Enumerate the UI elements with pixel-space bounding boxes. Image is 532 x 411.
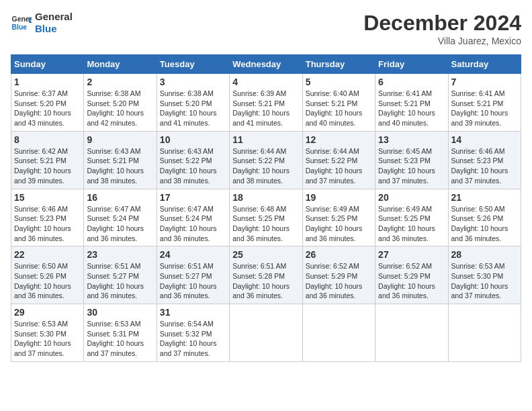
header-saturday: Saturday xyxy=(448,55,521,74)
day-number: 25 xyxy=(232,249,299,260)
calendar-cell: 15Sunrise: 6:46 AMSunset: 5:23 PMDayligh… xyxy=(11,189,84,246)
month-title: December 2024 xyxy=(363,11,521,36)
day-number: 22 xyxy=(14,249,81,260)
logo: General Blue General Blue xyxy=(11,11,73,35)
day-info: Sunrise: 6:53 AMSunset: 5:30 PMDaylight:… xyxy=(451,261,518,301)
day-info: Sunrise: 6:47 AMSunset: 5:24 PMDaylight:… xyxy=(160,204,226,244)
header-wednesday: Wednesday xyxy=(230,55,302,74)
day-number: 20 xyxy=(378,192,445,203)
day-info: Sunrise: 6:44 AMSunset: 5:22 PMDaylight:… xyxy=(232,146,299,186)
calendar-cell: 11Sunrise: 6:44 AMSunset: 5:22 PMDayligh… xyxy=(230,131,302,189)
day-number: 21 xyxy=(451,192,518,203)
calendar-cell: 29Sunrise: 6:53 AMSunset: 5:30 PMDayligh… xyxy=(11,304,84,362)
calendar-cell: 14Sunrise: 6:46 AMSunset: 5:23 PMDayligh… xyxy=(448,131,521,189)
day-number: 18 xyxy=(232,192,299,203)
calendar-cell: 18Sunrise: 6:48 AMSunset: 5:25 PMDayligh… xyxy=(230,189,302,246)
day-info: Sunrise: 6:52 AMSunset: 5:29 PMDaylight:… xyxy=(306,261,372,301)
day-number: 4 xyxy=(232,77,299,87)
calendar-cell: 23Sunrise: 6:51 AMSunset: 5:27 PMDayligh… xyxy=(84,246,157,304)
calendar-cell: 4Sunrise: 6:39 AMSunset: 5:21 PMDaylight… xyxy=(230,74,302,132)
day-info: Sunrise: 6:39 AMSunset: 5:21 PMDaylight:… xyxy=(232,89,299,128)
calendar-cell xyxy=(302,304,375,362)
header-sunday: Sunday xyxy=(11,55,84,74)
title-block: December 2024 Villa Juarez, Mexico xyxy=(363,11,521,46)
week-row-3: 15Sunrise: 6:46 AMSunset: 5:23 PMDayligh… xyxy=(11,189,521,246)
location-subtitle: Villa Juarez, Mexico xyxy=(363,36,521,46)
header-friday: Friday xyxy=(375,55,448,74)
day-info: Sunrise: 6:54 AMSunset: 5:32 PMDaylight:… xyxy=(160,319,226,359)
day-info: Sunrise: 6:47 AMSunset: 5:24 PMDaylight:… xyxy=(87,204,153,244)
day-number: 11 xyxy=(232,134,299,145)
calendar-cell: 16Sunrise: 6:47 AMSunset: 5:24 PMDayligh… xyxy=(84,189,157,246)
calendar-cell: 28Sunrise: 6:53 AMSunset: 5:30 PMDayligh… xyxy=(448,246,521,304)
day-info: Sunrise: 6:52 AMSunset: 5:29 PMDaylight:… xyxy=(378,261,445,301)
header-monday: Monday xyxy=(84,55,157,74)
day-number: 2 xyxy=(87,77,153,87)
day-number: 12 xyxy=(306,134,372,145)
day-number: 23 xyxy=(87,249,153,260)
day-number: 17 xyxy=(160,192,226,203)
logo-text-line2: Blue xyxy=(35,23,73,35)
day-number: 24 xyxy=(160,249,226,260)
day-info: Sunrise: 6:53 AMSunset: 5:31 PMDaylight:… xyxy=(87,319,153,359)
day-number: 27 xyxy=(378,249,445,260)
day-info: Sunrise: 6:37 AMSunset: 5:20 PMDaylight:… xyxy=(14,89,81,128)
logo-icon: General Blue xyxy=(11,12,32,34)
day-number: 3 xyxy=(160,77,226,87)
day-number: 31 xyxy=(160,307,226,318)
calendar-table: SundayMondayTuesdayWednesdayThursdayFrid… xyxy=(11,54,521,362)
day-number: 9 xyxy=(87,134,153,145)
day-number: 6 xyxy=(378,77,445,87)
day-number: 19 xyxy=(306,192,372,203)
calendar-cell: 21Sunrise: 6:50 AMSunset: 5:26 PMDayligh… xyxy=(448,189,521,246)
header-tuesday: Tuesday xyxy=(157,55,229,74)
day-number: 15 xyxy=(14,192,81,203)
page-header: General Blue General Blue December 2024 … xyxy=(11,11,521,46)
calendar-cell xyxy=(448,304,521,362)
calendar-cell: 12Sunrise: 6:44 AMSunset: 5:22 PMDayligh… xyxy=(302,131,375,189)
day-info: Sunrise: 6:40 AMSunset: 5:21 PMDaylight:… xyxy=(306,89,372,128)
calendar-cell: 1Sunrise: 6:37 AMSunset: 5:20 PMDaylight… xyxy=(11,74,84,132)
day-info: Sunrise: 6:43 AMSunset: 5:22 PMDaylight:… xyxy=(160,146,226,186)
calendar-cell: 6Sunrise: 6:41 AMSunset: 5:21 PMDaylight… xyxy=(375,74,448,132)
calendar-cell: 22Sunrise: 6:50 AMSunset: 5:26 PMDayligh… xyxy=(11,246,84,304)
day-info: Sunrise: 6:41 AMSunset: 5:21 PMDaylight:… xyxy=(378,89,445,128)
calendar-cell: 27Sunrise: 6:52 AMSunset: 5:29 PMDayligh… xyxy=(375,246,448,304)
calendar-cell: 13Sunrise: 6:45 AMSunset: 5:23 PMDayligh… xyxy=(375,131,448,189)
calendar-cell: 9Sunrise: 6:43 AMSunset: 5:21 PMDaylight… xyxy=(84,131,157,189)
week-row-5: 29Sunrise: 6:53 AMSunset: 5:30 PMDayligh… xyxy=(11,304,521,362)
day-info: Sunrise: 6:49 AMSunset: 5:25 PMDaylight:… xyxy=(306,204,372,244)
day-number: 7 xyxy=(451,77,518,87)
calendar-cell: 24Sunrise: 6:51 AMSunset: 5:27 PMDayligh… xyxy=(157,246,229,304)
day-info: Sunrise: 6:41 AMSunset: 5:21 PMDaylight:… xyxy=(451,89,518,128)
day-info: Sunrise: 6:51 AMSunset: 5:27 PMDaylight:… xyxy=(160,261,226,301)
day-info: Sunrise: 6:43 AMSunset: 5:21 PMDaylight:… xyxy=(87,146,153,186)
week-row-1: 1Sunrise: 6:37 AMSunset: 5:20 PMDaylight… xyxy=(11,74,521,132)
day-info: Sunrise: 6:50 AMSunset: 5:26 PMDaylight:… xyxy=(14,261,81,301)
day-number: 1 xyxy=(14,77,81,87)
day-info: Sunrise: 6:46 AMSunset: 5:23 PMDaylight:… xyxy=(14,204,81,244)
calendar-cell: 8Sunrise: 6:42 AMSunset: 5:21 PMDaylight… xyxy=(11,131,84,189)
calendar-cell: 20Sunrise: 6:49 AMSunset: 5:25 PMDayligh… xyxy=(375,189,448,246)
logo-text-line1: General xyxy=(35,11,73,23)
day-info: Sunrise: 6:45 AMSunset: 5:23 PMDaylight:… xyxy=(378,146,445,186)
calendar-cell: 5Sunrise: 6:40 AMSunset: 5:21 PMDaylight… xyxy=(302,74,375,132)
day-info: Sunrise: 6:44 AMSunset: 5:22 PMDaylight:… xyxy=(306,146,372,186)
day-info: Sunrise: 6:49 AMSunset: 5:25 PMDaylight:… xyxy=(378,204,445,244)
calendar-cell: 2Sunrise: 6:38 AMSunset: 5:20 PMDaylight… xyxy=(84,74,157,132)
week-row-4: 22Sunrise: 6:50 AMSunset: 5:26 PMDayligh… xyxy=(11,246,521,304)
header-thursday: Thursday xyxy=(302,55,375,74)
day-info: Sunrise: 6:38 AMSunset: 5:20 PMDaylight:… xyxy=(87,89,153,128)
day-info: Sunrise: 6:53 AMSunset: 5:30 PMDaylight:… xyxy=(14,319,81,359)
calendar-cell xyxy=(375,304,448,362)
day-number: 10 xyxy=(160,134,226,145)
day-info: Sunrise: 6:46 AMSunset: 5:23 PMDaylight:… xyxy=(451,146,518,186)
calendar-cell: 19Sunrise: 6:49 AMSunset: 5:25 PMDayligh… xyxy=(302,189,375,246)
day-info: Sunrise: 6:48 AMSunset: 5:25 PMDaylight:… xyxy=(232,204,299,244)
day-info: Sunrise: 6:50 AMSunset: 5:26 PMDaylight:… xyxy=(451,204,518,244)
calendar-cell: 3Sunrise: 6:38 AMSunset: 5:20 PMDaylight… xyxy=(157,74,229,132)
calendar-cell: 31Sunrise: 6:54 AMSunset: 5:32 PMDayligh… xyxy=(157,304,229,362)
calendar-cell: 26Sunrise: 6:52 AMSunset: 5:29 PMDayligh… xyxy=(302,246,375,304)
calendar-cell: 25Sunrise: 6:51 AMSunset: 5:28 PMDayligh… xyxy=(230,246,302,304)
calendar-cell: 7Sunrise: 6:41 AMSunset: 5:21 PMDaylight… xyxy=(448,74,521,132)
